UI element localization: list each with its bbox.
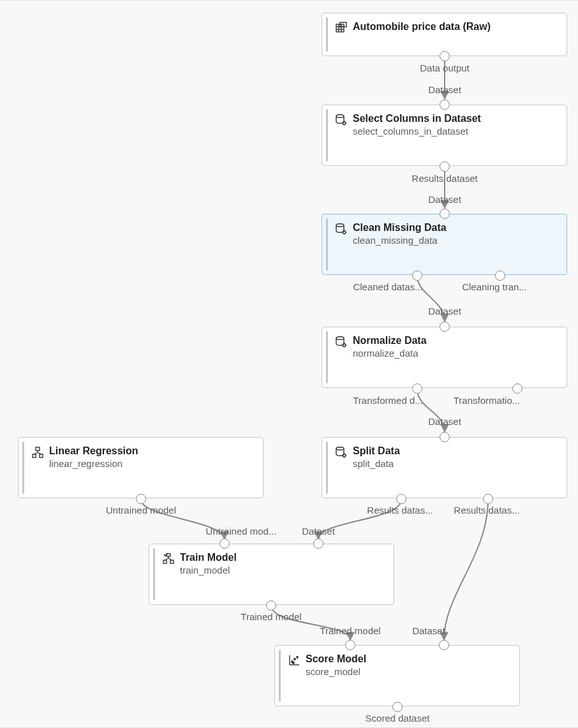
node-subtitle: split_data: [353, 458, 558, 469]
node-accent: [279, 650, 281, 702]
svg-point-19: [343, 344, 346, 347]
output-port[interactable]: [412, 383, 422, 394]
svg-rect-38: [170, 560, 174, 563]
svg-rect-37: [163, 560, 167, 563]
node-accent: [326, 218, 328, 271]
port-label-untrained-model: Untrained model: [106, 505, 176, 516]
output-port[interactable]: [266, 600, 276, 611]
input-port[interactable]: [439, 640, 449, 650]
port-label-dataset: Dataset: [428, 194, 461, 205]
node-title: Normalize Data: [353, 335, 558, 346]
node-title: Split Data: [353, 445, 558, 457]
svg-point-13: [343, 231, 346, 234]
svg-rect-26: [40, 454, 43, 457]
node-title: Linear Regression: [49, 445, 254, 457]
node-accent: [22, 442, 24, 494]
node-title: Train Model: [180, 552, 385, 563]
svg-rect-24: [36, 447, 40, 450]
node-accent: [326, 331, 328, 383]
svg-point-18: [336, 337, 344, 339]
model-tree-icon: [31, 446, 44, 459]
port-label-dataset: Dataset: [302, 526, 335, 537]
port-label-dataset: Dataset: [412, 625, 445, 636]
node-linear-regression[interactable]: Linear Regression linear_regression: [18, 437, 263, 498]
input-port[interactable]: [440, 432, 450, 442]
port-label-results-dataset: Results dataset: [411, 173, 477, 184]
output-port[interactable]: [136, 494, 146, 504]
input-port[interactable]: [313, 539, 323, 549]
svg-point-12: [336, 224, 344, 227]
node-subtitle: linear_regression: [49, 458, 254, 469]
port-label-cleaned-dataset: Cleaned datas...: [353, 281, 422, 292]
svg-point-45: [294, 658, 295, 660]
database-gear-icon: [335, 223, 348, 235]
node-title: Automobile price data (Raw): [353, 21, 558, 33]
node-title: Select Columns in Dataset: [353, 113, 558, 124]
node-subtitle: score_model: [306, 666, 510, 677]
port-label-dataset: Dataset: [428, 84, 461, 95]
train-model-icon: [162, 553, 175, 565]
node-train-model[interactable]: Train Model train_model: [149, 544, 394, 605]
node-accent: [326, 442, 328, 494]
input-port[interactable]: [219, 539, 230, 549]
node-accent: [153, 548, 155, 600]
port-label-cleaning-transform: Cleaning tran...: [462, 281, 527, 292]
node-subtitle: train_model: [180, 565, 385, 576]
output-port[interactable]: [512, 383, 522, 394]
input-port[interactable]: [440, 209, 450, 219]
port-label-untrained-model-in: Untrained mod...: [206, 526, 277, 537]
input-port[interactable]: [440, 100, 450, 110]
svg-point-30: [336, 447, 344, 450]
svg-point-46: [297, 657, 298, 658]
node-accent: [326, 109, 328, 161]
output-port[interactable]: [396, 494, 406, 504]
dataset-grid-icon: [335, 22, 348, 34]
node-normalize-data[interactable]: Normalize Data normalize_data: [322, 327, 567, 388]
output-port[interactable]: [495, 271, 505, 281]
port-label-data-output: Data output: [420, 63, 470, 73]
port-label-trained-model-in: Trained model: [320, 625, 380, 636]
output-port[interactable]: [483, 494, 493, 504]
port-label-transformation: Transformatio...: [454, 395, 520, 406]
output-port[interactable]: [392, 702, 403, 712]
output-port[interactable]: [440, 161, 450, 172]
scatter-chart-icon: [288, 654, 300, 667]
svg-point-6: [336, 115, 344, 117]
port-label-dataset: Dataset: [428, 416, 461, 427]
node-subtitle: select_columns_in_dataset: [353, 126, 558, 137]
port-label-scored-dataset: Scored dataset: [366, 713, 430, 724]
node-select-columns[interactable]: Select Columns in Dataset select_columns…: [322, 105, 567, 166]
port-label-dataset: Dataset: [428, 306, 461, 316]
svg-point-47: [293, 662, 294, 664]
port-label-results-dataset-2: Results datas...: [454, 505, 519, 516]
port-label-transformed-dataset: Transformed d...: [353, 395, 422, 406]
database-gear-icon: [335, 446, 348, 459]
svg-rect-25: [33, 454, 36, 457]
node-automobile-price-data[interactable]: Automobile price data (Raw): [322, 13, 567, 56]
input-port[interactable]: [345, 640, 355, 650]
database-gear-icon: [335, 336, 348, 348]
node-score-model[interactable]: Score Model score_model: [274, 645, 520, 706]
node-title: Clean Missing Data: [353, 222, 558, 234]
node-title: Score Model: [306, 653, 510, 665]
output-port[interactable]: [412, 271, 422, 281]
port-label-results-dataset-1: Results datas...: [367, 505, 433, 516]
database-gear-icon: [335, 114, 348, 126]
output-port[interactable]: [440, 51, 450, 61]
node-split-data[interactable]: Split Data split_data: [322, 437, 567, 498]
port-label-trained-model: Trained model: [241, 611, 301, 622]
node-accent: [326, 17, 328, 52]
svg-point-7: [343, 122, 346, 125]
node-subtitle: clean_missing_data: [353, 235, 558, 246]
node-subtitle: normalize_data: [353, 348, 558, 359]
input-port[interactable]: [440, 322, 450, 332]
node-clean-missing-data[interactable]: Clean Missing Data clean_missing_data: [322, 214, 567, 275]
pipeline-canvas[interactable]: { "nodes": { "automobile": { "title": "A…: [0, 0, 578, 728]
svg-point-31: [343, 454, 346, 457]
